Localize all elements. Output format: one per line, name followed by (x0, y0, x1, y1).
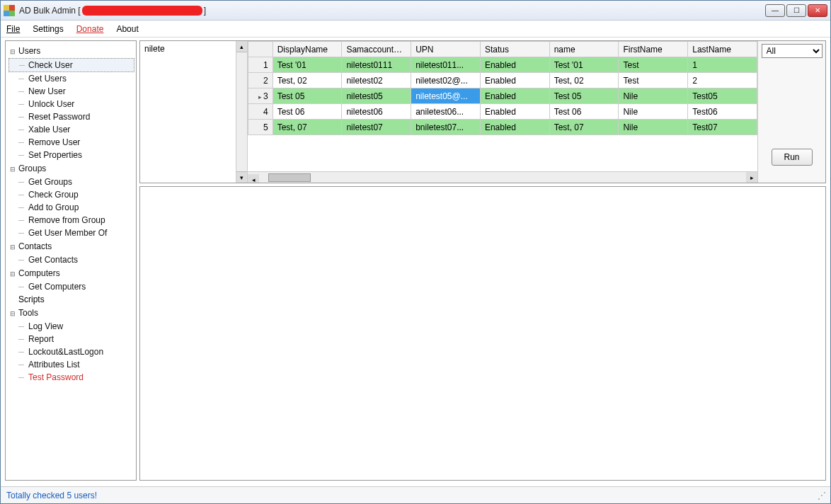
cell[interactable]: niletest07 (342, 120, 411, 135)
column-header[interactable]: LastName (688, 42, 757, 57)
column-header[interactable]: SamaccountNan (342, 42, 411, 57)
tree-item[interactable]: Get Computers (8, 280, 134, 293)
cell[interactable]: bniletest07... (411, 120, 481, 135)
cell[interactable]: Test '01 (549, 57, 619, 73)
cell[interactable]: niletest06 (342, 104, 411, 120)
resize-grip-icon[interactable]: ⋰ (818, 491, 825, 500)
menu-file[interactable]: File (6, 24, 20, 34)
row-header[interactable]: 2 (248, 73, 273, 88)
cell[interactable]: Test 05 (273, 88, 342, 104)
grid-corner[interactable] (248, 42, 273, 57)
table-row[interactable]: 1Test '01niletest0111niletest011...Enabl… (248, 57, 757, 73)
table-row[interactable]: 5Test, 07niletest07bniletest07...Enabled… (248, 120, 757, 135)
column-header[interactable]: Status (480, 42, 549, 57)
cell[interactable]: 1 (688, 57, 757, 73)
tree-item[interactable]: Check Group (8, 188, 134, 201)
tree-item[interactable]: Log View (8, 320, 134, 333)
tree-item[interactable]: Add to Group (8, 201, 134, 214)
row-header[interactable]: 3 (248, 88, 273, 104)
tree-group-users[interactable]: Users (8, 44, 134, 58)
minimize-button[interactable]: — (765, 4, 785, 17)
search-scrollbar[interactable]: ▴ ▾ (236, 41, 247, 183)
tree-item[interactable]: Get User Member Of (8, 227, 134, 239)
search-text[interactable]: nilete (140, 41, 247, 57)
filter-select[interactable]: All (762, 44, 823, 58)
column-header[interactable]: DisplayName (273, 42, 342, 57)
tree-panel[interactable]: UsersCheck UserGet UsersNew UserUnlock U… (5, 40, 137, 481)
hscroll-right-button[interactable]: ▸ (746, 172, 757, 183)
tree-item[interactable]: Get Groups (8, 176, 134, 188)
tree-item[interactable]: Check User (8, 58, 134, 72)
tree-item[interactable]: Unlock User (8, 98, 134, 110)
scroll-down-button[interactable]: ▾ (236, 171, 247, 183)
search-pane[interactable]: nilete ▴ ▾ (140, 41, 248, 183)
column-header[interactable]: name (549, 42, 619, 57)
tree-item[interactable]: Get Contacts (8, 253, 134, 266)
tree-item[interactable]: Set Properties (8, 149, 134, 161)
cell[interactable]: Enabled (480, 120, 549, 135)
row-header[interactable]: 4 (248, 104, 273, 120)
cell[interactable]: Test '01 (273, 57, 342, 73)
tree-item[interactable]: Remove User (8, 136, 134, 149)
cell[interactable]: Test07 (688, 120, 757, 135)
data-grid[interactable]: DisplayNameSamaccountNanUPNStatusnameFir… (248, 41, 757, 183)
cell[interactable]: Test, 07 (549, 120, 619, 135)
scroll-up-button[interactable]: ▴ (236, 41, 247, 52)
row-header[interactable]: 5 (248, 120, 273, 135)
table-row[interactable]: 2Test, 02niletest02niletest02@...Enabled… (248, 73, 757, 88)
cell[interactable]: Test05 (688, 88, 757, 104)
menu-about[interactable]: About (116, 24, 138, 34)
tree-group-groups[interactable]: Groups (8, 161, 134, 176)
cell[interactable]: Test (619, 57, 688, 73)
close-button[interactable]: ✕ (808, 4, 827, 17)
tree-item-scripts[interactable]: Scripts (8, 293, 134, 306)
tree-item[interactable]: Xable User (8, 123, 134, 136)
cell[interactable]: Enabled (480, 104, 549, 120)
cell[interactable]: Test 06 (273, 104, 342, 120)
hscroll-thumb[interactable] (268, 173, 311, 182)
cell[interactable]: Test, 02 (273, 73, 342, 88)
cell[interactable]: 2 (688, 73, 757, 88)
tree-item[interactable]: Lockout&LastLogon (8, 345, 134, 358)
cell[interactable]: niletest011... (411, 57, 481, 73)
grid-hscrollbar[interactable]: ◂ ▸ (248, 171, 757, 183)
hscroll-left-button[interactable]: ◂ (248, 174, 259, 183)
cell[interactable]: Test 06 (549, 104, 619, 120)
maximize-button[interactable]: ☐ (786, 4, 806, 17)
tree-group-computers[interactable]: Computers (8, 266, 134, 280)
run-button[interactable]: Run (772, 149, 813, 166)
cell[interactable]: Test, 02 (549, 73, 619, 88)
column-header[interactable]: UPN (411, 42, 481, 57)
cell[interactable]: Test 05 (549, 88, 619, 104)
cell[interactable]: Enabled (480, 73, 549, 88)
cell[interactable]: Test (619, 73, 688, 88)
tree-group-tools[interactable]: Tools (8, 306, 134, 320)
cell[interactable]: Test06 (688, 104, 757, 120)
column-header[interactable]: FirstName (619, 42, 688, 57)
tree-item[interactable]: Reset Password (8, 110, 134, 123)
cell[interactable]: Enabled (480, 88, 549, 104)
menu-settings[interactable]: Settings (33, 24, 63, 34)
tree-group-contacts[interactable]: Contacts (8, 239, 134, 253)
table-row[interactable]: 3Test 05niletest05niletest05@...EnabledT… (248, 88, 757, 104)
cell[interactable]: Nile (619, 104, 688, 120)
cell[interactable]: Nile (619, 120, 688, 135)
cell[interactable]: Enabled (480, 57, 549, 73)
tree-item[interactable]: Test Password (8, 371, 134, 384)
menu-donate[interactable]: Donate (76, 24, 104, 34)
table-row[interactable]: 4Test 06niletest06aniletest06...EnabledT… (248, 104, 757, 120)
cell[interactable]: niletest02@... (411, 73, 481, 88)
cell[interactable]: niletest05 (342, 88, 411, 104)
cell[interactable]: niletest02 (342, 73, 411, 88)
tree-item[interactable]: Attributes List (8, 358, 134, 371)
cell[interactable]: niletest0111 (342, 57, 411, 73)
cell[interactable]: niletest05@... (411, 88, 481, 104)
tree-item[interactable]: Remove from Group (8, 214, 134, 227)
row-header[interactable]: 1 (248, 57, 273, 73)
cell[interactable]: aniletest06... (411, 104, 481, 120)
cell[interactable]: Test, 07 (273, 120, 342, 135)
tree-item[interactable]: Get Users (8, 72, 134, 85)
output-panel[interactable] (139, 186, 826, 481)
tree-item[interactable]: Report (8, 333, 134, 345)
cell[interactable]: Nile (619, 88, 688, 104)
